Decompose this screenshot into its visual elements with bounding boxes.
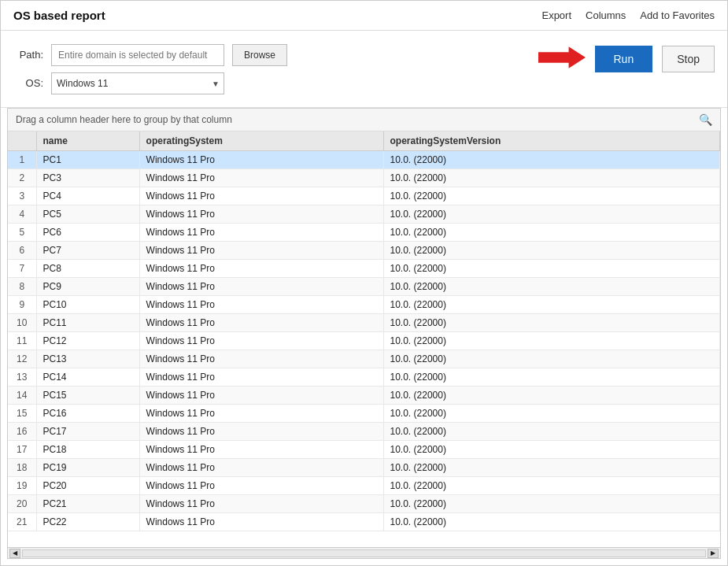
drag-hint: Drag a column header here to group by th… xyxy=(16,114,232,125)
row-os: Windows 11 Pro xyxy=(139,169,383,187)
row-num: 4 xyxy=(8,205,36,224)
grid-scroll-area[interactable]: name operatingSystem operatingSystemVers… xyxy=(8,131,720,547)
stop-button[interactable]: Stop xyxy=(662,46,715,72)
grid-toolbar: Drag a column header here to group by th… xyxy=(8,109,720,131)
row-os: Windows 11 Pro xyxy=(139,387,383,405)
row-version: 10.0. (22000) xyxy=(383,477,719,495)
table-row[interactable]: 19PC20Windows 11 Pro10.0. (22000) xyxy=(8,477,720,495)
row-num: 6 xyxy=(8,242,36,260)
row-num: 10 xyxy=(8,314,36,332)
search-icon[interactable]: 🔍 xyxy=(699,113,712,126)
row-version: 10.0. (22000) xyxy=(383,423,719,441)
table-row[interactable]: 10PC11Windows 11 Pro10.0. (22000) xyxy=(8,314,720,332)
row-version: 10.0. (22000) xyxy=(383,513,719,531)
table-row[interactable]: 16PC17Windows 11 Pro10.0. (22000) xyxy=(8,423,720,441)
row-version: 10.0. (22000) xyxy=(383,169,719,187)
row-name: PC13 xyxy=(36,350,139,368)
scroll-left-button[interactable]: ◀ xyxy=(9,549,20,558)
row-version: 10.0. (22000) xyxy=(383,242,719,260)
row-num: 15 xyxy=(8,405,36,423)
row-os: Windows 11 Pro xyxy=(139,423,383,441)
row-os: Windows 11 Pro xyxy=(139,242,383,260)
table-row[interactable]: 1PC1Windows 11 Pro10.0. (22000) xyxy=(8,151,720,169)
col-name[interactable]: name xyxy=(36,131,139,151)
controls-left: Path: Browse OS: Windows 11 Windows 10 W… xyxy=(13,44,529,94)
table-row[interactable]: 7PC8Windows 11 Pro10.0. (22000) xyxy=(8,260,720,278)
row-num: 8 xyxy=(8,278,36,296)
row-os: Windows 11 Pro xyxy=(139,260,383,278)
row-name: PC18 xyxy=(36,441,139,459)
row-name: PC4 xyxy=(36,187,139,205)
row-num: 14 xyxy=(8,387,36,405)
columns-link[interactable]: Columns xyxy=(586,9,626,21)
grid-table: name operatingSystem operatingSystemVers… xyxy=(8,131,720,531)
table-row[interactable]: 13PC14Windows 11 Pro10.0. (22000) xyxy=(8,368,720,387)
page-title: OS based report xyxy=(13,9,105,22)
row-os: Windows 11 Pro xyxy=(139,332,383,350)
table-row[interactable]: 6PC7Windows 11 Pro10.0. (22000) xyxy=(8,242,720,260)
row-name: PC7 xyxy=(36,242,139,260)
controls-right: Run Stop xyxy=(538,40,715,98)
row-name: PC11 xyxy=(36,314,139,332)
export-link[interactable]: Export xyxy=(541,9,571,21)
table-row[interactable]: 9PC10Windows 11 Pro10.0. (22000) xyxy=(8,296,720,314)
row-os: Windows 11 Pro xyxy=(139,224,383,242)
table-row[interactable]: 8PC9Windows 11 Pro10.0. (22000) xyxy=(8,278,720,296)
row-name: PC17 xyxy=(36,423,139,441)
table-row[interactable]: 15PC16Windows 11 Pro10.0. (22000) xyxy=(8,405,720,423)
table-row[interactable]: 3PC4Windows 11 Pro10.0. (22000) xyxy=(8,187,720,205)
row-num: 2 xyxy=(8,169,36,187)
row-os: Windows 11 Pro xyxy=(139,495,383,513)
col-num xyxy=(8,131,36,151)
row-name: PC1 xyxy=(36,151,139,169)
scroll-right-button[interactable]: ▶ xyxy=(708,549,719,558)
row-name: PC8 xyxy=(36,260,139,278)
add-to-favorites-link[interactable]: Add to Favorites xyxy=(640,9,715,21)
col-version[interactable]: operatingSystemVersion xyxy=(383,131,719,151)
row-num: 5 xyxy=(8,224,36,242)
table-row[interactable]: 21PC22Windows 11 Pro10.0. (22000) xyxy=(8,513,720,531)
os-select[interactable]: Windows 11 Windows 10 Windows 7 All xyxy=(51,72,224,94)
table-row[interactable]: 18PC19Windows 11 Pro10.0. (22000) xyxy=(8,459,720,477)
row-version: 10.0. (22000) xyxy=(383,278,719,296)
row-os: Windows 11 Pro xyxy=(139,278,383,296)
row-version: 10.0. (22000) xyxy=(383,350,719,368)
row-num: 12 xyxy=(8,350,36,368)
row-num: 1 xyxy=(8,151,36,169)
app-container: OS based report Export Columns Add to Fa… xyxy=(0,0,728,566)
grid-container: Drag a column header here to group by th… xyxy=(7,108,721,559)
table-row[interactable]: 5PC6Windows 11 Pro10.0. (22000) xyxy=(8,224,720,242)
table-row[interactable]: 20PC21Windows 11 Pro10.0. (22000) xyxy=(8,495,720,513)
os-row: OS: Windows 11 Windows 10 Windows 7 All … xyxy=(13,72,529,94)
table-row[interactable]: 14PC15Windows 11 Pro10.0. (22000) xyxy=(8,387,720,405)
table-row[interactable]: 4PC5Windows 11 Pro10.0. (22000) xyxy=(8,205,720,224)
row-num: 21 xyxy=(8,513,36,531)
row-version: 10.0. (22000) xyxy=(383,405,719,423)
os-label: OS: xyxy=(13,77,43,89)
row-os: Windows 11 Pro xyxy=(139,296,383,314)
header-actions: Export Columns Add to Favorites xyxy=(541,9,715,21)
table-row[interactable]: 2PC3Windows 11 Pro10.0. (22000) xyxy=(8,169,720,187)
header: OS based report Export Columns Add to Fa… xyxy=(1,1,727,31)
row-name: PC22 xyxy=(36,513,139,531)
col-os[interactable]: operatingSystem xyxy=(139,131,383,151)
table-row[interactable]: 12PC13Windows 11 Pro10.0. (22000) xyxy=(8,350,720,368)
row-os: Windows 11 Pro xyxy=(139,513,383,531)
row-version: 10.0. (22000) xyxy=(383,151,719,169)
row-os: Windows 11 Pro xyxy=(139,350,383,368)
run-button[interactable]: Run xyxy=(595,46,653,72)
path-input[interactable] xyxy=(51,44,224,66)
row-os: Windows 11 Pro xyxy=(139,205,383,224)
row-version: 10.0. (22000) xyxy=(383,314,719,332)
row-name: PC21 xyxy=(36,495,139,513)
table-row[interactable]: 11PC12Windows 11 Pro10.0. (22000) xyxy=(8,332,720,350)
row-os: Windows 11 Pro xyxy=(139,187,383,205)
row-version: 10.0. (22000) xyxy=(383,260,719,278)
browse-button[interactable]: Browse xyxy=(232,44,287,66)
path-label: Path: xyxy=(13,49,43,61)
scroll-track[interactable] xyxy=(22,549,706,557)
horizontal-scrollbar[interactable]: ◀ ▶ xyxy=(8,547,720,558)
row-version: 10.0. (22000) xyxy=(383,296,719,314)
table-row[interactable]: 17PC18Windows 11 Pro10.0. (22000) xyxy=(8,441,720,459)
controls-bar: Path: Browse OS: Windows 11 Windows 10 W… xyxy=(1,31,727,108)
